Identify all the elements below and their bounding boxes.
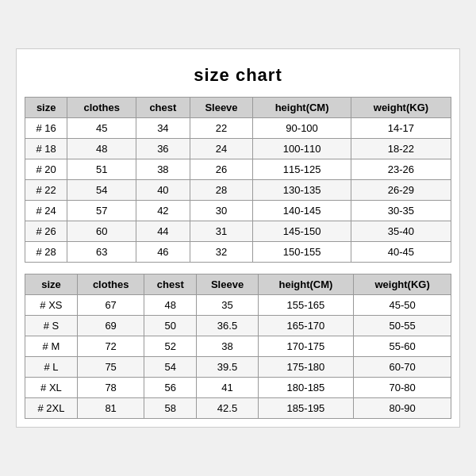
- header-cell: Sleeve: [197, 274, 259, 295]
- table-cell: 50: [144, 316, 197, 336]
- table-cell: 48: [67, 139, 136, 159]
- table-cell: 45-50: [354, 295, 451, 316]
- table-row: # 20513826115-12523-26: [25, 159, 451, 180]
- table-cell: 63: [67, 242, 136, 263]
- table-cell: # M: [25, 336, 78, 357]
- table-cell: # 26: [25, 221, 67, 242]
- header-cell: clothes: [67, 98, 136, 118]
- table-cell: # 16: [25, 118, 67, 139]
- header-cell: height(CM): [253, 98, 351, 118]
- size-table-1: sizeclotheschestSleeveheight(CM)weight(K…: [25, 97, 451, 263]
- table-cell: 31: [190, 221, 253, 242]
- header-cell: weight(KG): [351, 98, 451, 118]
- table-cell: 115-125: [253, 159, 351, 180]
- table-cell: # L: [25, 357, 78, 378]
- table-cell: 70-80: [354, 378, 451, 398]
- table-cell: 170-175: [258, 336, 353, 357]
- table-cell: 14-17: [351, 118, 451, 139]
- table-cell: 60-70: [354, 357, 451, 378]
- table-cell: 24: [190, 139, 253, 159]
- table-cell: 30-35: [351, 201, 451, 221]
- table-cell: 130-135: [253, 180, 351, 201]
- table-row: # 2XL815842.5185-19580-90: [25, 398, 451, 419]
- table-cell: 22: [190, 118, 253, 139]
- header-cell: clothes: [77, 274, 144, 295]
- table-cell: 36.5: [197, 316, 259, 336]
- table-cell: 51: [67, 159, 136, 180]
- table-cell: # XS: [25, 295, 78, 316]
- table-cell: 54: [144, 357, 197, 378]
- table-cell: 100-110: [253, 139, 351, 159]
- table-cell: 55-60: [354, 336, 451, 357]
- table-cell: 58: [144, 398, 197, 419]
- table-cell: 145-150: [253, 221, 351, 242]
- table-row: # 18483624100-11018-22: [25, 139, 451, 159]
- table-cell: 44: [136, 221, 190, 242]
- table2-body: # XS674835155-16545-50# S695036.5165-170…: [25, 295, 451, 419]
- table-cell: # S: [25, 316, 78, 336]
- table-cell: 42.5: [197, 398, 259, 419]
- table-cell: 36: [136, 139, 190, 159]
- header-cell: chest: [144, 274, 197, 295]
- table-cell: 40-45: [351, 242, 451, 263]
- table-cell: 40: [136, 180, 190, 201]
- table-cell: 140-145: [253, 201, 351, 221]
- header-cell: Sleeve: [190, 98, 253, 118]
- table-row: # M725238170-17555-60: [25, 336, 451, 357]
- table-cell: 175-180: [258, 357, 353, 378]
- table-cell: 45: [67, 118, 136, 139]
- table-cell: 80-90: [354, 398, 451, 419]
- header-cell: height(CM): [258, 274, 353, 295]
- table1-header-row: sizeclotheschestSleeveheight(CM)weight(K…: [25, 98, 451, 118]
- table2-header: sizeclotheschestSleeveheight(CM)weight(K…: [25, 274, 451, 295]
- table-cell: 18-22: [351, 139, 451, 159]
- header-cell: weight(KG): [354, 274, 451, 295]
- table-cell: 78: [77, 378, 144, 398]
- table-cell: 42: [136, 201, 190, 221]
- table-cell: 69: [77, 316, 144, 336]
- table-row: # XS674835155-16545-50: [25, 295, 451, 316]
- table-cell: 180-185: [258, 378, 353, 398]
- table-cell: 54: [67, 180, 136, 201]
- table-cell: 28: [190, 180, 253, 201]
- table-cell: 72: [77, 336, 144, 357]
- table-cell: # 22: [25, 180, 67, 201]
- header-cell: size: [25, 98, 67, 118]
- table-cell: 75: [77, 357, 144, 378]
- table-cell: 26: [190, 159, 253, 180]
- table-cell: # 18: [25, 139, 67, 159]
- table1-body: # 1645342290-10014-17# 18483624100-11018…: [25, 118, 451, 263]
- table-cell: # 20: [25, 159, 67, 180]
- table-row: # S695036.5165-17050-55: [25, 316, 451, 336]
- header-cell: size: [25, 274, 78, 295]
- table-cell: 56: [144, 378, 197, 398]
- table-cell: 30: [190, 201, 253, 221]
- table-cell: 50-55: [354, 316, 451, 336]
- table-row: # 22544028130-13526-29: [25, 180, 451, 201]
- chart-title: size chart: [25, 57, 451, 97]
- table-cell: 26-29: [351, 180, 451, 201]
- table-cell: 165-170: [258, 316, 353, 336]
- table-cell: 90-100: [253, 118, 351, 139]
- table-row: # 1645342290-10014-17: [25, 118, 451, 139]
- table2-header-row: sizeclotheschestSleeveheight(CM)weight(K…: [25, 274, 451, 295]
- table-row: # XL785641180-18570-80: [25, 378, 451, 398]
- table-cell: 46: [136, 242, 190, 263]
- table-cell: 39.5: [197, 357, 259, 378]
- table-cell: # 24: [25, 201, 67, 221]
- table-cell: 38: [197, 336, 259, 357]
- table-cell: 34: [136, 118, 190, 139]
- table-cell: # 2XL: [25, 398, 78, 419]
- table-cell: 67: [77, 295, 144, 316]
- table-row: # 24574230140-14530-35: [25, 201, 451, 221]
- table-cell: 150-155: [253, 242, 351, 263]
- table-cell: 81: [77, 398, 144, 419]
- table-cell: # 28: [25, 242, 67, 263]
- table-cell: 35: [197, 295, 259, 316]
- header-cell: chest: [136, 98, 190, 118]
- table-cell: 35-40: [351, 221, 451, 242]
- table-cell: 60: [67, 221, 136, 242]
- table-cell: 41: [197, 378, 259, 398]
- table-cell: 48: [144, 295, 197, 316]
- size-table-2: sizeclotheschestSleeveheight(CM)weight(K…: [25, 274, 451, 419]
